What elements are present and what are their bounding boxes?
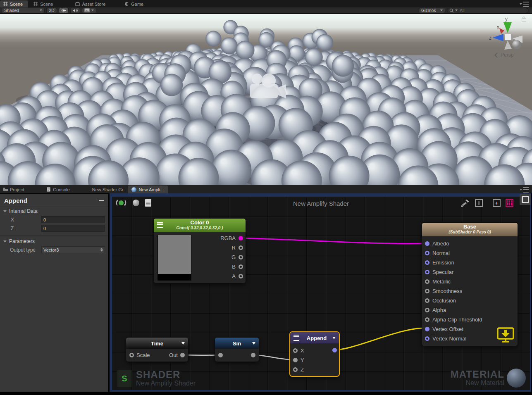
z-label: Z [11, 226, 14, 231]
color-swatch[interactable] [157, 235, 191, 281]
unity-editor: Scene Scene Asset Store Game Shaded 2D [0, 0, 532, 395]
persp-chevron-icon [494, 52, 500, 58]
node-title: Append [307, 335, 327, 341]
node-append-selected[interactable]: Append X Y Z [289, 331, 340, 377]
window-menu-icon[interactable] [520, 2, 530, 7]
node-time[interactable]: Time Scale Out [126, 337, 188, 362]
port-specular[interactable] [425, 270, 429, 274]
shaded-dropdown[interactable]: Shaded [2, 8, 45, 13]
port-append-out[interactable] [332, 348, 337, 352]
port-append-y[interactable] [293, 358, 298, 362]
effects-dropdown-button[interactable] [82, 8, 96, 13]
port-b[interactable] [239, 264, 243, 269]
node-color0[interactable]: Color 0 Const( 0.32,0.32,0.32,0 ) RGBA R… [153, 218, 246, 283]
port-label: Occlusion [432, 297, 456, 304]
scene-tabbar: Scene Scene Asset Store Game [0, 0, 532, 7]
2d-toggle-button[interactable]: 2D [46, 8, 57, 13]
tab-scene-1[interactable]: Scene [0, 0, 28, 7]
panel-header: Append [0, 194, 108, 207]
port-r[interactable] [239, 245, 243, 250]
port-label: Z [301, 366, 304, 373]
hamburger-icon[interactable] [293, 335, 299, 341]
axis-x-label: x [497, 24, 499, 29]
port-append-x[interactable] [293, 348, 298, 353]
node-base-master[interactable]: Base (SubShader 0 Pass 0) Albedo Normal … [422, 222, 518, 346]
tab-asset-store[interactable]: Asset Store [72, 0, 110, 7]
node-sin[interactable]: Sin [215, 337, 259, 362]
tab-project[interactable]: Project [0, 186, 29, 193]
x-input[interactable] [41, 216, 105, 223]
chevron-down-icon[interactable] [181, 342, 185, 345]
port-smoothness[interactable] [425, 289, 429, 293]
port-scale[interactable] [129, 353, 134, 357]
z-input[interactable] [41, 225, 105, 232]
z-axis-cone[interactable] [493, 34, 503, 41]
node-header[interactable]: Append [290, 332, 339, 343]
port-time-out[interactable] [180, 353, 185, 357]
port-a[interactable] [239, 274, 243, 278]
section-internal-data[interactable]: Internal Data [0, 207, 108, 215]
output-type-dropdown[interactable]: Vector3 [41, 246, 105, 253]
port-append-z[interactable] [293, 367, 298, 372]
port-emission[interactable] [425, 260, 429, 265]
port-alpha[interactable] [425, 308, 429, 312]
maximize-window-button[interactable] [520, 194, 531, 205]
shader-graph-canvas[interactable]: New Amplify Shader i + [112, 197, 530, 390]
port-g[interactable] [239, 255, 243, 259]
tab-amplify-shader[interactable]: New Ampli.. [128, 186, 167, 193]
console-icon [46, 187, 51, 192]
port-occlusion[interactable] [425, 298, 429, 303]
scene-viewport[interactable]: y x z Persp [0, 14, 532, 185]
x-axis-cone[interactable] [499, 28, 504, 34]
tab-scene-2[interactable]: Scene [30, 0, 58, 7]
gray-axis-sphere[interactable] [512, 40, 521, 49]
port-row: Smoothness [422, 286, 518, 296]
collapse-icon[interactable] [99, 200, 104, 201]
audio-toggle-button[interactable] [70, 8, 80, 13]
window-menu-icon[interactable] [520, 187, 530, 192]
port-sin-out[interactable] [251, 353, 255, 357]
chevron-down-icon[interactable] [332, 337, 336, 339]
divider [0, 235, 108, 236]
port-row: Alpha Clip Threshold [422, 315, 518, 324]
gizmo-center-cube[interactable] [505, 34, 511, 40]
section-parameters[interactable]: Parameters [0, 237, 108, 245]
tab-label: Scene [10, 2, 23, 7]
tab-label: Project [10, 187, 24, 192]
port-row: X [290, 346, 339, 355]
tab-console[interactable]: Console [43, 186, 74, 193]
port-row: Albedo [422, 239, 518, 248]
node-header[interactable]: Time [126, 338, 188, 349]
port-rgba[interactable] [239, 236, 243, 240]
gizmos-dropdown[interactable]: Gizmos [419, 8, 445, 13]
port-metallic[interactable] [425, 279, 429, 284]
port-vertex-offset[interactable] [425, 327, 429, 331]
port-alpha-clip[interactable] [425, 317, 429, 322]
hamburger-icon[interactable] [157, 222, 163, 228]
scene-3d-render[interactable] [0, 14, 532, 185]
2d-label: 2D [49, 8, 54, 13]
search-input[interactable] [459, 7, 523, 13]
chevron-down-icon[interactable] [252, 342, 255, 345]
scene-search[interactable] [447, 8, 529, 13]
port-albedo[interactable] [425, 241, 429, 246]
gray-cone-down[interactable] [504, 40, 512, 50]
shader-sphere-icon [131, 187, 136, 192]
perspective-toggle[interactable]: Persp [495, 52, 513, 58]
y-axis-cone[interactable] [503, 22, 512, 33]
tab-game[interactable]: Game [121, 0, 148, 7]
lighting-toggle-button[interactable] [59, 8, 69, 13]
port-label: Vertex Normal [432, 336, 466, 342]
port-sin-in[interactable] [218, 353, 223, 357]
node-header[interactable]: Sin [215, 338, 259, 349]
tab-label: Asset Store [82, 2, 105, 7]
download-shader-icon[interactable] [496, 327, 515, 343]
node-header[interactable]: Base (SubShader 0 Pass 0) [422, 223, 518, 236]
port-label: B [232, 264, 236, 270]
port-vertex-normal[interactable] [425, 336, 429, 341]
port-normal[interactable] [425, 251, 429, 255]
lock-icon[interactable] [522, 18, 526, 22]
node-header[interactable]: Color 0 Const( 0.32,0.32,0.32,0 ) [154, 219, 246, 232]
wire-append-to-vertex-offset [333, 328, 427, 350]
tab-shader-graph[interactable]: New Shader Gr [89, 186, 129, 193]
